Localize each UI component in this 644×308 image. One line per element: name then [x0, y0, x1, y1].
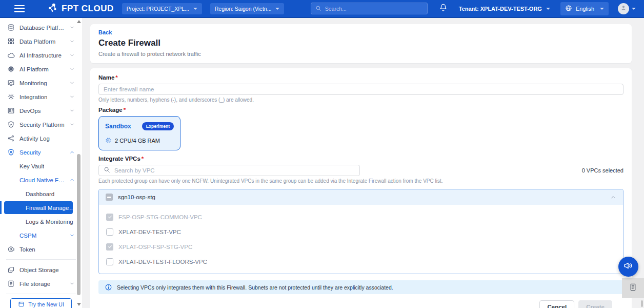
sidebar-item-data-platform[interactable]: Data Platform: [0, 34, 82, 48]
sidebar-item-integration[interactable]: Integration: [0, 90, 82, 104]
sidebar-item-label: AI Platform: [19, 66, 49, 72]
security-icon: [7, 148, 15, 156]
sidebar-item-label: Security Platform: [19, 122, 65, 128]
sidebar-item-activity-log[interactable]: Activity Log: [0, 131, 82, 145]
sidebar-item-label: File storage: [19, 281, 50, 287]
documentation-widget[interactable]: [622, 278, 644, 298]
main-content: Back Create Firewall Create a firewall t…: [82, 18, 644, 308]
user-menu[interactable]: [618, 3, 636, 14]
search-icon: [315, 4, 321, 13]
checkbox-unchecked[interactable]: [106, 228, 113, 236]
package-badge: Experiment: [142, 122, 174, 130]
sidebar-item-security[interactable]: Security: [0, 145, 82, 159]
notifications-button[interactable]: [439, 3, 448, 14]
sidebar-item-cloud-native-firewall[interactable]: Cloud Native Firewall: [0, 173, 82, 187]
sidebar-item-object-storage[interactable]: Object Storage: [0, 263, 82, 277]
language-label: English: [576, 6, 594, 12]
sidebar-item-ai-infrastructure[interactable]: AI Infrastructure: [0, 48, 82, 62]
sidebar-item-label: Integration: [19, 94, 47, 100]
package-specs: 2 CPU/4 GB RAM: [115, 138, 160, 144]
sidebar-item-devops[interactable]: DevOps: [0, 104, 82, 118]
vpc-search-box: [98, 165, 360, 176]
token-icon: [7, 245, 15, 253]
chevron-down-icon: [69, 122, 75, 127]
sidebar-item-file-storage[interactable]: File storage: [0, 277, 82, 291]
firewall-name-input[interactable]: [98, 84, 623, 95]
sidebar-item-logs-monitoring[interactable]: Logs & Monitoring: [0, 215, 82, 228]
tenant-label: Tenant: XPLAT-DEV-TEST-ORG: [459, 6, 542, 12]
chevron-up-icon: [69, 149, 75, 155]
package-card-sandbox[interactable]: Sandbox Experiment 2 CPU/4 GB RAM: [98, 116, 180, 150]
region-selector[interactable]: Region: Saigon (Vietn...: [210, 3, 285, 14]
sidebar-item-monitoring[interactable]: Monitoring: [0, 76, 82, 90]
create-button[interactable]: Create: [578, 300, 612, 308]
sidebar-item-cspm[interactable]: CSPM: [0, 228, 82, 242]
ai-platform-icon: [7, 65, 15, 73]
sidebar-item-key-vault[interactable]: Key Vault: [0, 159, 82, 173]
chevron-down-icon: [69, 66, 75, 72]
chevron-down-icon: [69, 52, 75, 58]
avatar: [618, 3, 629, 14]
vpc-name: XPLAT-DEV-TEST-VPC: [118, 229, 181, 235]
chevron-down-icon: [69, 25, 75, 30]
scroll-down-arrow-icon[interactable]: [77, 303, 81, 306]
page-scrollbar-thumb[interactable]: [641, 300, 643, 307]
checkbox-unchecked[interactable]: [106, 258, 113, 265]
sidebar-item-label: Dashboard: [26, 191, 54, 197]
sidebar-item-label: Token: [19, 246, 35, 253]
sidebar-item-database-platform[interactable]: Database Platform: [0, 21, 82, 34]
sidebar-item-security-platform[interactable]: Security Platform: [0, 118, 82, 131]
sidebar-item-ai-platform[interactable]: AI Platform: [0, 62, 82, 76]
sidebar-item-label: Database Platform: [19, 25, 65, 31]
scrollbar-thumb[interactable]: [77, 154, 80, 295]
vpc-row-xplat-dev-test-vpc[interactable]: XPLAT-DEV-TEST-VPC: [99, 224, 623, 239]
announcements-button[interactable]: [618, 257, 638, 277]
language-selector[interactable]: English: [560, 2, 609, 15]
vpc-row-xplat-dev-test-floors-vpc[interactable]: XPLAT-DEV-TEST-FLOORS-VPC: [99, 254, 623, 269]
vpc-group-name: sgn10-osp-stg: [118, 194, 155, 200]
sidebar-item-label: Monitoring: [19, 80, 47, 86]
sidebar-item-label: Cloud Native Firewall: [19, 177, 65, 183]
cancel-button[interactable]: Cancel: [539, 300, 574, 308]
try-new-ui-button[interactable]: Try the New UI: [10, 298, 72, 308]
checkbox-checked[interactable]: [106, 243, 113, 251]
cpu-icon: [105, 137, 112, 144]
fpt-cloud-logo: FPT CLOUD: [47, 2, 114, 15]
global-search-input[interactable]: [325, 6, 423, 12]
tenant-selector[interactable]: Tenant: XPLAT-DEV-TEST-ORG: [459, 6, 550, 12]
vpc-row-fsp-osp-stg-common-vpc[interactable]: FSP-OSP-STG-COMMON-VPC: [99, 209, 623, 224]
checkbox-checked[interactable]: [106, 214, 113, 221]
group-checkbox-indeterminate[interactable]: [106, 194, 113, 201]
chevron-up-icon[interactable]: [610, 194, 616, 200]
region-label: Region: Saigon (Vietn...: [215, 6, 272, 12]
info-icon: [105, 283, 112, 291]
project-selector[interactable]: Project: PROJECT_XPL...: [122, 3, 202, 14]
try-new-ui-label: Try the New UI: [28, 301, 64, 307]
back-link[interactable]: Back: [98, 29, 623, 35]
sidebar-item-dashboard[interactable]: Dashboard: [0, 187, 82, 201]
caret-down-icon: [275, 8, 279, 10]
package-field-label: Package*: [98, 107, 623, 113]
vpc-search-input[interactable]: [114, 167, 355, 174]
vpc-field-label: Integrate VPCs*: [98, 156, 623, 162]
sidebar-item-firewall-management[interactable]: Firewall Management: [0, 201, 82, 215]
sidebar-scrollbar[interactable]: [76, 18, 81, 308]
file-storage-icon: [7, 280, 15, 287]
security-platform-icon: [7, 121, 15, 128]
object-storage-icon: [7, 266, 15, 274]
caret-down-icon: [632, 8, 636, 10]
vpc-helper-text: Each protected group can have only one N…: [98, 178, 623, 184]
page-header-card: Back Create Firewall Create a firewall t…: [90, 24, 632, 63]
vpc-row-xplat-osp-fsp-stg-vpc[interactable]: XPLAT-OSP-FSP-STG-VPC: [99, 239, 623, 254]
create-firewall-form: Name* Only letters, numbers, hyphens (-)…: [90, 68, 632, 308]
info-banner-text: Selecting VPCs only integrates them with…: [117, 284, 393, 291]
vpc-group-header[interactable]: sgn10-osp-stg: [99, 189, 623, 205]
global-search: [311, 3, 428, 14]
scroll-up-arrow-icon[interactable]: [77, 20, 81, 23]
sidebar-item-token[interactable]: Token: [0, 242, 82, 256]
globe-icon: [565, 5, 572, 13]
hamburger-menu-icon[interactable]: [14, 5, 25, 12]
package-name: Sandbox: [105, 123, 131, 130]
vpc-name: XPLAT-OSP-FSP-STG-VPC: [118, 244, 192, 250]
activity-log-icon: [7, 134, 15, 142]
